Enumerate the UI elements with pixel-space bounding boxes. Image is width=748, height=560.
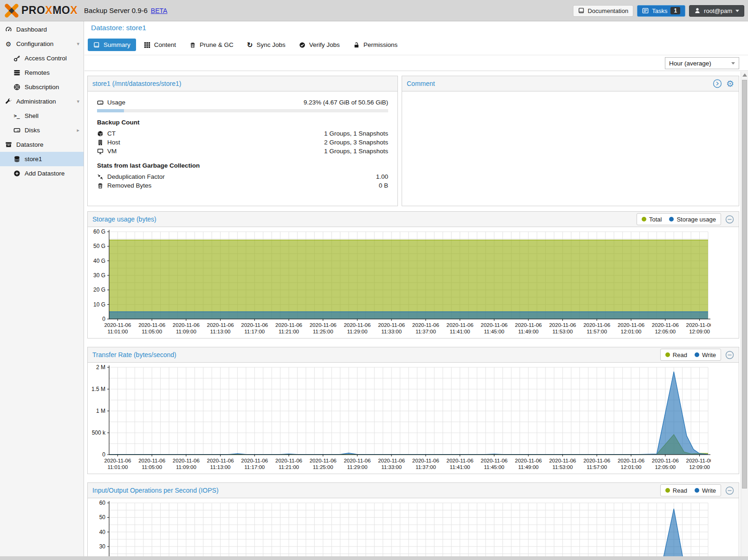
svg-text:11:09:00: 11:09:00: [176, 464, 196, 470]
sidebar-item-remotes[interactable]: Remotes: [0, 65, 84, 80]
unlock-icon: [353, 42, 360, 48]
legend-dot-icon: [642, 217, 646, 221]
svg-text:2020-11-06: 2020-11-06: [618, 458, 644, 463]
svg-text:2020-11-06: 2020-11-06: [583, 322, 610, 328]
documentation-button[interactable]: Documentation: [573, 5, 633, 17]
sidebar-item-disks[interactable]: Disks ▸: [0, 123, 84, 137]
svg-text:60: 60: [99, 500, 106, 506]
tasks-button[interactable]: Tasks 1: [637, 5, 685, 17]
svg-text:20 G: 20 G: [93, 287, 105, 293]
check-circle-icon: [299, 42, 306, 48]
iops-panel: Input/Output Operations per Second (IOPS…: [87, 482, 739, 560]
svg-text:11:29:00: 11:29:00: [347, 464, 367, 470]
panel-title: Comment: [407, 80, 435, 87]
scrollbar-thumb[interactable]: [742, 80, 747, 488]
storage-usage-chart: 010 G20 G30 G40 G50 G60 G2020-11-0611:01…: [88, 227, 711, 338]
svg-text:30 G: 30 G: [93, 272, 105, 279]
svg-text:2020-11-06: 2020-11-06: [207, 322, 234, 328]
svg-text:2020-11-06: 2020-11-06: [104, 322, 131, 328]
tasks-count-badge: 1: [670, 7, 680, 14]
tab-verify-jobs[interactable]: Verify Jobs: [293, 39, 345, 51]
hdd-icon: [97, 99, 104, 106]
usage-value: 9.23% (4.67 GiB of 50.56 GiB): [304, 99, 388, 106]
sidebar-item-access-control[interactable]: Access Control: [0, 51, 84, 65]
svg-text:12:09:00: 12:09:00: [689, 329, 710, 334]
svg-text:11:53:00: 11:53:00: [553, 464, 573, 470]
svg-text:12:01:00: 12:01:00: [621, 464, 642, 470]
tab-summary[interactable]: Summary: [88, 39, 136, 51]
chevron-right-circle-icon[interactable]: [713, 79, 722, 88]
legend-item[interactable]: Read: [665, 352, 687, 358]
legend-item[interactable]: Write: [695, 352, 716, 358]
legend-item[interactable]: Total: [642, 216, 662, 223]
user-menu-button[interactable]: root@pam: [689, 5, 744, 17]
collapse-minus-circle-icon[interactable]: [725, 351, 734, 359]
usage-progress-fill: [97, 109, 124, 112]
sidebar-item-dashboard[interactable]: Dashboard: [0, 22, 84, 37]
iops-chart: 01020304050602020-11-0611:01:002020-11-0…: [88, 498, 711, 560]
collapse-caret-icon[interactable]: ▾: [77, 98, 79, 104]
legend-item[interactable]: Storage usage: [669, 216, 716, 223]
svg-text:1 M: 1 M: [96, 408, 105, 414]
svg-text:2020-11-06: 2020-11-06: [447, 322, 474, 328]
scroll-up-arrow-icon[interactable]: [742, 73, 747, 77]
svg-text:50 G: 50 G: [93, 243, 105, 249]
scrollbar[interactable]: [741, 72, 748, 556]
datastore-summary-panel: store1 (/mnt/datastores/store1) Usage 9.…: [87, 76, 398, 206]
tab-sync-jobs[interactable]: ↻ Sync Jobs: [241, 39, 291, 51]
svg-text:11:25:00: 11:25:00: [313, 329, 333, 334]
svg-text:2020-11-06: 2020-11-06: [583, 458, 610, 463]
svg-text:2020-11-06: 2020-11-06: [549, 458, 576, 463]
svg-text:2020-11-06: 2020-11-06: [515, 322, 542, 328]
collapse-caret-icon[interactable]: ▾: [77, 41, 79, 47]
svg-text:2020-11-06: 2020-11-06: [515, 458, 542, 463]
beta-link[interactable]: BETA: [151, 7, 168, 14]
sidebar-item-datastore[interactable]: Datastore: [0, 137, 84, 152]
svg-text:0: 0: [102, 451, 105, 458]
svg-text:1.5 M: 1.5 M: [91, 386, 105, 392]
legend-item[interactable]: Write: [695, 487, 716, 494]
proxmox-x-icon: [4, 4, 20, 18]
server-list-icon: [13, 69, 20, 77]
sidebar-item-configuration[interactable]: ⚙ Configuration ▾: [0, 37, 84, 51]
chevron-down-icon: [735, 10, 739, 12]
svg-text:2020-11-06: 2020-11-06: [686, 458, 711, 463]
sidebar-item-subscription[interactable]: Subscription: [0, 80, 84, 94]
tab-prune-gc[interactable]: Prune & GC: [184, 39, 239, 51]
svg-text:2 M: 2 M: [96, 364, 105, 371]
trash-icon: [97, 182, 104, 189]
svg-text:11:01:00: 11:01:00: [107, 464, 128, 470]
gear-icon[interactable]: ⚙: [726, 79, 734, 88]
svg-text:30: 30: [99, 543, 106, 550]
tab-permissions[interactable]: Permissions: [348, 39, 403, 51]
legend-dot-icon: [695, 488, 699, 493]
comment-body: [402, 91, 739, 206]
svg-text:2020-11-06: 2020-11-06: [275, 458, 302, 463]
collapse-minus-circle-icon[interactable]: [725, 486, 734, 495]
sidebar-item-administration[interactable]: Administration ▾: [0, 94, 84, 109]
sidebar-item-add-datastore[interactable]: Add Datastore: [0, 166, 84, 181]
collapse-minus-circle-icon[interactable]: [725, 215, 734, 224]
legend-item[interactable]: Read: [665, 487, 687, 494]
svg-text:11:41:00: 11:41:00: [450, 329, 470, 334]
usage-progress-bar: [97, 109, 388, 112]
svg-text:2020-11-06: 2020-11-06: [344, 458, 371, 463]
task-list-icon: [642, 7, 649, 14]
tab-content[interactable]: Content: [138, 39, 182, 51]
svg-text:2020-11-06: 2020-11-06: [686, 322, 711, 328]
svg-text:2020-11-06: 2020-11-06: [378, 322, 405, 328]
sidebar-item-shell[interactable]: >_ Shell: [0, 109, 84, 123]
sidebar-item-store1[interactable]: store1: [0, 152, 84, 166]
svg-text:11:33:00: 11:33:00: [381, 464, 402, 470]
sync-icon: ↻: [247, 41, 253, 48]
svg-text:11:17:00: 11:17:00: [244, 464, 265, 470]
svg-text:11:45:00: 11:45:00: [484, 464, 504, 470]
usage-row: Usage 9.23% (4.67 GiB of 50.56 GiB): [97, 98, 388, 107]
timeframe-select[interactable]: Hour (average): [665, 57, 739, 69]
proxmox-logo: PROXMOX: [4, 4, 78, 18]
svg-text:11:49:00: 11:49:00: [518, 464, 539, 470]
vm-row: VM 1 Groups, 1 Snapshots: [97, 147, 388, 156]
dedup-row: Deduplication Factor 1.00: [97, 172, 388, 181]
chevron-down-icon: [731, 62, 735, 65]
expand-caret-icon[interactable]: ▸: [77, 127, 79, 133]
